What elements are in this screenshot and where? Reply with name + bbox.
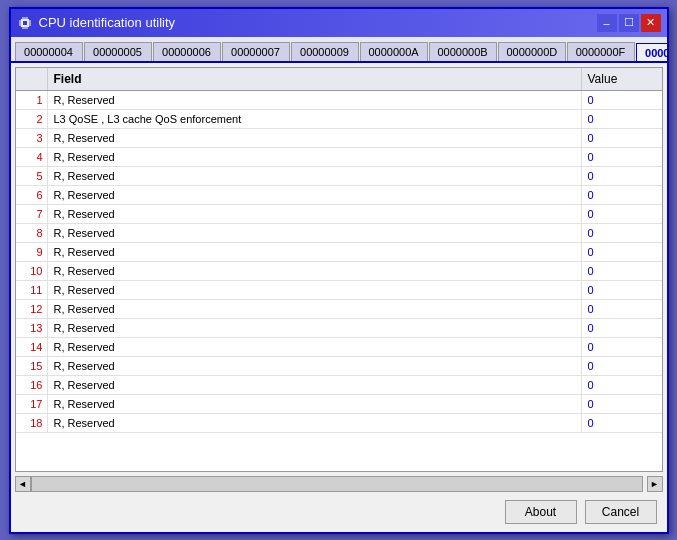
table-row[interactable]: 9R, Reserved0 [16, 243, 662, 262]
cell-value: 0 [582, 186, 662, 204]
cell-field: R, Reserved [48, 129, 582, 147]
cell-row-num: 1 [16, 91, 48, 109]
table-row[interactable]: 2L3 QoSE , L3 cache QoS enforcement0 [16, 110, 662, 129]
cell-row-num: 6 [16, 186, 48, 204]
tab-00000005[interactable]: 00000005 [84, 42, 152, 61]
cell-row-num: 4 [16, 148, 48, 166]
tab-0000000D[interactable]: 0000000D [498, 42, 566, 61]
maximize-button[interactable]: ☐ [619, 14, 639, 32]
title-bar: CPU identification utility – ☐ ✕ [11, 9, 667, 37]
cell-value: 0 [582, 110, 662, 128]
main-window: CPU identification utility – ☐ ✕ 0000000… [9, 7, 669, 534]
tab-0000000B[interactable]: 0000000B [429, 42, 497, 61]
cell-row-num: 9 [16, 243, 48, 261]
cell-row-num: 5 [16, 167, 48, 185]
table-row[interactable]: 5R, Reserved0 [16, 167, 662, 186]
table-row[interactable]: 13R, Reserved0 [16, 319, 662, 338]
cell-value: 0 [582, 167, 662, 185]
cell-field: L3 QoSE , L3 cache QoS enforcement [48, 110, 582, 128]
table-row[interactable]: 3R, Reserved0 [16, 129, 662, 148]
table-row[interactable]: 18R, Reserved0 [16, 414, 662, 433]
cell-field: R, Reserved [48, 319, 582, 337]
window-title: CPU identification utility [39, 15, 176, 30]
table-row[interactable]: 8R, Reserved0 [16, 224, 662, 243]
cell-row-num: 2 [16, 110, 48, 128]
cell-row-num: 10 [16, 262, 48, 280]
table-row[interactable]: 14R, Reserved0 [16, 338, 662, 357]
table-row[interactable]: 16R, Reserved0 [16, 376, 662, 395]
tab-00000006[interactable]: 00000006 [153, 42, 221, 61]
cell-row-num: 17 [16, 395, 48, 413]
scrollbar-area: ◄ ► [15, 476, 663, 492]
cell-value: 0 [582, 262, 662, 280]
cell-row-num: 7 [16, 205, 48, 223]
cell-row-num: 13 [16, 319, 48, 337]
cell-field: R, Reserved [48, 414, 582, 432]
cell-field: R, Reserved [48, 91, 582, 109]
table-row[interactable]: 6R, Reserved0 [16, 186, 662, 205]
cell-row-num: 12 [16, 300, 48, 318]
cell-row-num: 11 [16, 281, 48, 299]
cell-value: 0 [582, 281, 662, 299]
data-table: Field Value 1R, Reserved02L3 QoSE , L3 c… [15, 67, 663, 472]
cell-row-num: 15 [16, 357, 48, 375]
table-row[interactable]: 15R, Reserved0 [16, 357, 662, 376]
tab-0000000A[interactable]: 0000000A [360, 42, 428, 61]
cell-value: 0 [582, 357, 662, 375]
close-button[interactable]: ✕ [641, 14, 661, 32]
cell-value: 0 [582, 319, 662, 337]
footer: About Cancel [11, 492, 667, 532]
svg-rect-1 [23, 21, 27, 25]
cell-value: 0 [582, 338, 662, 356]
cell-field: R, Reserved [48, 281, 582, 299]
cell-field: R, Reserved [48, 167, 582, 185]
table-row[interactable]: 12R, Reserved0 [16, 300, 662, 319]
cell-field: R, Reserved [48, 262, 582, 280]
cell-field: R, Reserved [48, 376, 582, 394]
cell-value: 0 [582, 205, 662, 223]
cell-value: 0 [582, 224, 662, 242]
cell-row-num: 8 [16, 224, 48, 242]
cell-value: 0 [582, 148, 662, 166]
scroll-right-button[interactable]: ► [647, 476, 663, 492]
table-header: Field Value [16, 68, 662, 91]
header-value: Value [582, 68, 662, 90]
horizontal-scrollbar[interactable] [31, 476, 643, 492]
cell-field: R, Reserved [48, 338, 582, 356]
cell-value: 0 [582, 414, 662, 432]
tabs-bar: 0000000400000005000000060000000700000009… [11, 37, 667, 63]
cell-value: 0 [582, 91, 662, 109]
title-bar-left: CPU identification utility [17, 15, 176, 31]
tab-00000009[interactable]: 00000009 [291, 42, 359, 61]
table-row[interactable]: 4R, Reserved0 [16, 148, 662, 167]
table-row[interactable]: 10R, Reserved0 [16, 262, 662, 281]
tab-00000010[interactable]: 00000010 [636, 43, 667, 62]
table-row[interactable]: 11R, Reserved0 [16, 281, 662, 300]
cell-row-num: 14 [16, 338, 48, 356]
table-row[interactable]: 7R, Reserved0 [16, 205, 662, 224]
cell-field: R, Reserved [48, 357, 582, 375]
scroll-left-button[interactable]: ◄ [15, 476, 31, 492]
cell-row-num: 16 [16, 376, 48, 394]
cell-field: R, Reserved [48, 148, 582, 166]
about-button[interactable]: About [505, 500, 577, 524]
cell-field: R, Reserved [48, 300, 582, 318]
minimize-button[interactable]: – [597, 14, 617, 32]
cell-field: R, Reserved [48, 395, 582, 413]
tab-00000004[interactable]: 00000004 [15, 42, 83, 61]
cell-value: 0 [582, 243, 662, 261]
table-body: 1R, Reserved02L3 QoSE , L3 cache QoS enf… [16, 91, 662, 471]
cell-value: 0 [582, 395, 662, 413]
tab-0000000F[interactable]: 0000000F [567, 42, 635, 61]
cpu-icon [17, 15, 33, 31]
table-row[interactable]: 17R, Reserved0 [16, 395, 662, 414]
table-row[interactable]: 1R, Reserved0 [16, 91, 662, 110]
cell-field: R, Reserved [48, 224, 582, 242]
cell-row-num: 3 [16, 129, 48, 147]
cancel-button[interactable]: Cancel [585, 500, 657, 524]
cell-value: 0 [582, 376, 662, 394]
cell-field: R, Reserved [48, 186, 582, 204]
cell-field: R, Reserved [48, 243, 582, 261]
tab-00000007[interactable]: 00000007 [222, 42, 290, 61]
cell-value: 0 [582, 129, 662, 147]
